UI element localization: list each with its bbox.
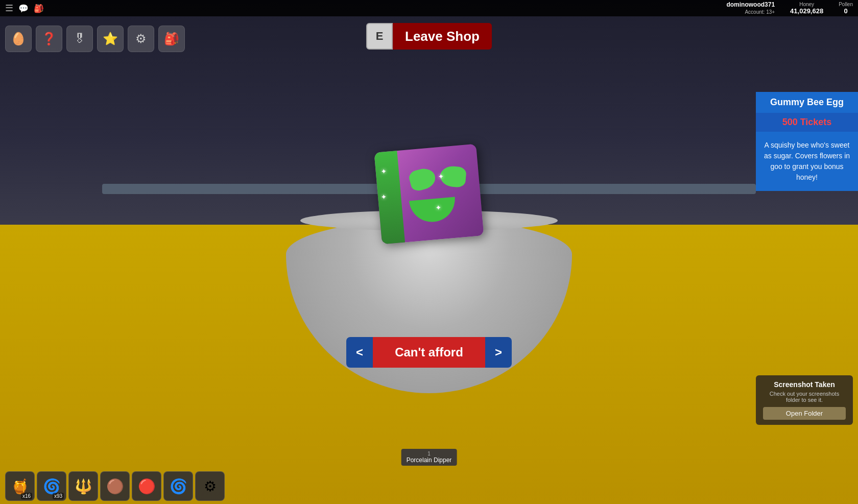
- screenshot-description: Check out your screenshots folder to see…: [763, 391, 846, 403]
- player-info: dominowood371 Account: 13+: [726, 1, 775, 16]
- leave-key: E: [366, 23, 393, 50]
- tool6-icon: 🌀: [170, 478, 187, 495]
- honey-value: 41,029,628: [790, 7, 823, 15]
- bee-cube: ✦ ✦ ✦ ✦: [374, 144, 484, 245]
- item-name: Porcelain Dipper: [407, 457, 452, 464]
- item-panel-description: A squishy bee who's sweet as sugar. Cove…: [756, 132, 858, 191]
- honey-label: Honey: [790, 2, 823, 7]
- item-label: 1 Porcelain Dipper: [401, 449, 457, 466]
- tool5-icon: 🔴: [138, 478, 156, 495]
- bag-toolbar-icon[interactable]: 🎒: [158, 26, 185, 52]
- hotbar-item-7[interactable]: ⚙: [195, 471, 225, 501]
- tool2-icon: 🌀: [43, 478, 61, 495]
- star-toolbar-icon[interactable]: ⭐: [97, 26, 124, 52]
- buy-controls: < Can't afford >: [346, 337, 512, 368]
- leave-label: Leave Shop: [393, 23, 492, 50]
- egg-toolbar-icon[interactable]: 🥚: [5, 26, 32, 52]
- hotbar-item-6[interactable]: 🌀: [163, 471, 193, 501]
- prev-item-button[interactable]: <: [346, 337, 373, 368]
- sparkle-2: ✦: [380, 193, 387, 201]
- hotbar-item-5[interactable]: 🔴: [132, 471, 161, 501]
- tool2-count: x93: [53, 493, 64, 499]
- hotbar-item-1[interactable]: 🍯 x16: [5, 471, 35, 501]
- eye-left: [408, 166, 438, 193]
- item-panel-price: 500 Tickets: [756, 113, 858, 132]
- hotbar: 🍯 x16 🌀 x93 🔱 🟤 🔴 🌀 ⚙: [0, 468, 858, 504]
- toolbar: 🥚 ❓ 🎖 ⭐ ⚙ 🎒: [5, 26, 185, 52]
- open-folder-button[interactable]: Open Folder: [763, 407, 846, 420]
- screenshot-title: Screenshot Taken: [763, 380, 846, 389]
- backpack-icon[interactable]: 🎒: [34, 4, 44, 13]
- sparkle-1: ✦: [380, 167, 387, 176]
- honey-jar-count: x16: [21, 493, 32, 499]
- gear-toolbar-icon[interactable]: ⚙: [128, 26, 154, 52]
- pollen-value: 0: [839, 7, 853, 15]
- player-account: Account: 13+: [726, 9, 775, 15]
- top-bar: ☰ 💬 🎒 dominowood371 Account: 13+ Honey 4…: [0, 0, 858, 16]
- pollen-label: Pollen: [839, 2, 853, 7]
- cant-afford-button: Can't afford: [373, 337, 485, 368]
- hotbar-item-4[interactable]: 🟤: [100, 471, 130, 501]
- item-panel-title: Gummy Bee Egg: [756, 92, 858, 113]
- smile: [409, 197, 457, 224]
- player-name: dominowood371: [726, 1, 775, 9]
- chat-icon[interactable]: 💬: [18, 4, 29, 13]
- sparkle-3: ✦: [435, 203, 442, 212]
- tool7-icon: ⚙: [204, 478, 217, 495]
- leave-shop-button[interactable]: E Leave Shop: [366, 23, 492, 50]
- pollen-stat: Pollen 0: [839, 2, 853, 15]
- bee-egg-display: ✦ ✦ ✦ ✦: [368, 123, 490, 235]
- honey-jar-icon: 🍯: [11, 478, 29, 495]
- tool4-icon: 🟤: [106, 478, 124, 495]
- menu-icon[interactable]: ☰: [5, 3, 13, 14]
- hotbar-item-2[interactable]: 🌀 x93: [37, 471, 66, 501]
- cube-face: [398, 154, 479, 237]
- tool3-icon: 🔱: [75, 478, 92, 495]
- honey-stat: Honey 41,029,628: [790, 2, 823, 15]
- item-panel: Gummy Bee Egg 500 Tickets A squishy bee …: [756, 92, 858, 191]
- top-bar-left: ☰ 💬 🎒: [0, 3, 44, 14]
- question-toolbar-icon[interactable]: ❓: [36, 26, 62, 52]
- next-item-button[interactable]: >: [485, 337, 512, 368]
- sparkle-4: ✦: [437, 172, 444, 181]
- hotbar-item-3[interactable]: 🔱: [68, 471, 98, 501]
- badge-toolbar-icon[interactable]: 🎖: [66, 26, 93, 52]
- top-bar-right: dominowood371 Account: 13+ Honey 41,029,…: [726, 1, 858, 16]
- item-number: 1: [407, 451, 452, 457]
- screenshot-notification: Screenshot Taken Check out your screensh…: [756, 375, 853, 425]
